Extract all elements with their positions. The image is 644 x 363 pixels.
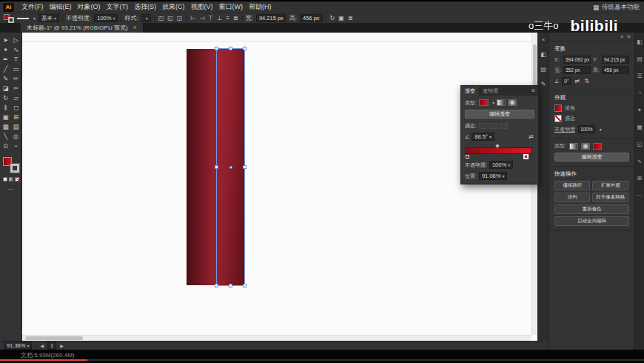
rectangle-tool[interactable]: ▭ (11, 64, 21, 73)
none-button[interactable] (15, 177, 19, 182)
mesh-tool[interactable]: ▦ (1, 121, 11, 131)
width-tool[interactable]: ≬ (1, 102, 11, 112)
gradient-ramp[interactable] (466, 147, 532, 154)
paintbrush-tool[interactable]: ✎ (1, 73, 11, 83)
selection-handle-nw[interactable] (215, 47, 218, 50)
width-input[interactable]: 94.215 px (256, 14, 286, 22)
more-panels-icon[interactable]: ⋯ (637, 192, 643, 199)
selection-tool[interactable]: ➤ (1, 35, 11, 44)
quick-action-button[interactable]: 扩展外观 (592, 181, 628, 190)
type-tool[interactable]: T (11, 54, 21, 64)
stroke-gradient-across-icon[interactable] (500, 123, 508, 129)
menu-item[interactable]: 编辑(E) (47, 2, 75, 12)
color-button[interactable] (3, 177, 7, 182)
gradient-preview-swatch[interactable] (479, 99, 489, 106)
tab-gradient[interactable]: 渐变 (461, 86, 479, 96)
document-setup-icon[interactable]: ◰ (158, 15, 165, 21)
zoom-tool[interactable]: ⊙ (1, 141, 11, 150)
flip-horizontal-icon[interactable]: ⇄ (574, 78, 581, 84)
align-top-icon[interactable]: ⊤ (207, 15, 214, 21)
selection-handle-s[interactable] (229, 284, 232, 287)
isolate-icon[interactable]: ◲ (176, 15, 184, 21)
brushes-panel-icon[interactable]: ✎ (541, 81, 546, 87)
quick-action-button[interactable]: 对齐像素网格 (592, 193, 628, 202)
selection-handle-ne[interactable] (243, 47, 246, 50)
rotation-input[interactable]: 0° (562, 77, 571, 85)
video-progress-bar[interactable] (0, 359, 644, 361)
quick-action-button[interactable]: 排列 (554, 193, 590, 202)
edit-gradient-button[interactable]: 编辑渐变 (554, 153, 629, 161)
selection-handle-e[interactable] (243, 165, 246, 169)
info-panel-icon[interactable]: ◔ (638, 90, 642, 96)
gradient-rectangle-left[interactable] (187, 49, 217, 285)
stroke-gradient-within-icon[interactable] (479, 123, 487, 129)
stroke-panel-icon[interactable]: ∿ (637, 158, 642, 164)
pen-tool[interactable]: ✒ (1, 54, 11, 64)
stop-location-input[interactable]: 91.06% ▾ (479, 172, 507, 180)
lasso-tool[interactable]: ∿ (11, 44, 21, 54)
fill-stroke-indicator[interactable] (4, 14, 14, 23)
gradient-stop-end[interactable] (524, 155, 528, 159)
edit-toolbar-icon[interactable]: ⋯ (8, 186, 14, 193)
stroke-swatch-icon[interactable] (8, 17, 14, 23)
selection-handle-sw[interactable] (215, 284, 218, 287)
quick-action-button[interactable]: 重新着色 (554, 204, 629, 214)
swatches-panel-icon[interactable]: ▤ (637, 56, 642, 62)
brush-definition-select[interactable]: 基本 ▾ (38, 14, 59, 22)
swatches-panel-icon[interactable]: ▤ (540, 66, 546, 73)
direct-selection-tool[interactable]: ▷ (11, 35, 21, 44)
opacity-input[interactable]: 100% ▾ (94, 14, 118, 22)
grid-panel-icon[interactable]: ⊞ (637, 175, 642, 182)
rotate-tool[interactable]: ↻ (1, 93, 11, 102)
menu-item[interactable]: 窗口(W) (216, 2, 246, 12)
linear-gradient-icon[interactable] (497, 99, 506, 106)
color-panel-icon[interactable]: ◧ (637, 39, 642, 45)
document-tab[interactable]: 未标题-1* @ 93.21% (RGB/GPU 预览) × (21, 23, 144, 33)
transform-icon[interactable]: ↻ (329, 15, 336, 21)
flip-vertical-icon[interactable]: ⇅ (583, 78, 590, 84)
tab-transparency[interactable]: 透明度 (479, 86, 502, 96)
stroke-weight-preview[interactable] (17, 18, 29, 19)
line-segment-tool[interactable]: ╱ (1, 64, 11, 73)
x-input[interactable]: 594.092 px (563, 56, 591, 64)
gradient-stop-start[interactable] (466, 155, 469, 159)
chevron-down-icon[interactable]: ▾ (600, 127, 602, 132)
height-input[interactable]: 456 px (602, 66, 629, 74)
radial-gradient-icon[interactable] (581, 143, 590, 150)
stroke-gradient-along-icon[interactable] (489, 123, 497, 129)
artboards-panel-icon[interactable]: ◱ (637, 141, 642, 147)
scissors-tool[interactable]: ✂ (11, 83, 21, 93)
previous-artboard-icon[interactable]: ◀ (40, 343, 44, 348)
menu-item[interactable]: 视图(V) (188, 2, 216, 12)
canvas[interactable] (22, 33, 537, 341)
close-tab-icon[interactable]: × (133, 24, 137, 31)
fill-stroke-control[interactable] (3, 157, 19, 173)
free-transform-tool[interactable]: ◻ (11, 102, 21, 112)
scale-tool[interactable]: ▱ (11, 93, 21, 102)
workspace-switcher[interactable]: ▦ 传统基本功能 (593, 3, 640, 12)
align-left-icon[interactable]: ⊢ (189, 15, 196, 21)
shape-builder-tool[interactable]: ▣ (1, 112, 11, 121)
stroke-swatch[interactable] (554, 115, 562, 122)
menu-item[interactable]: 文字(T) (104, 2, 132, 12)
stroke-color-swatch[interactable] (10, 164, 19, 173)
panel-menu-icon[interactable]: ≣ (347, 15, 354, 21)
eyedropper-tool[interactable]: ╲ (1, 131, 11, 141)
align-right-icon[interactable]: ⊣ (198, 15, 205, 21)
opacity-input[interactable]: 100% (578, 125, 595, 133)
quick-action-button[interactable]: 偏移路径 (554, 181, 590, 190)
perspective-grid-tool[interactable]: ⊞ (11, 112, 21, 121)
edit-gradient-button[interactable]: 编辑渐变 (465, 110, 534, 119)
menu-item[interactable]: 效果(C) (159, 2, 188, 12)
radial-gradient-icon[interactable] (508, 99, 517, 106)
color-panel-icon[interactable]: ◧ (540, 51, 546, 58)
reverse-gradient-icon[interactable]: ⇄ (528, 133, 534, 140)
chevron-down-icon[interactable]: ▾ (492, 100, 494, 105)
blend-tool[interactable]: ◎ (11, 131, 21, 141)
gradient-angle-input[interactable]: 88.5° ▾ (472, 133, 494, 141)
height-input[interactable]: 456 px (300, 14, 323, 22)
horizontal-scrollbar-thumb[interactable] (25, 336, 83, 340)
gradient-tool[interactable]: ▤ (11, 121, 21, 131)
expand-panels-icon[interactable]: « (542, 36, 545, 43)
menu-item[interactable]: 文件(F) (19, 2, 47, 12)
